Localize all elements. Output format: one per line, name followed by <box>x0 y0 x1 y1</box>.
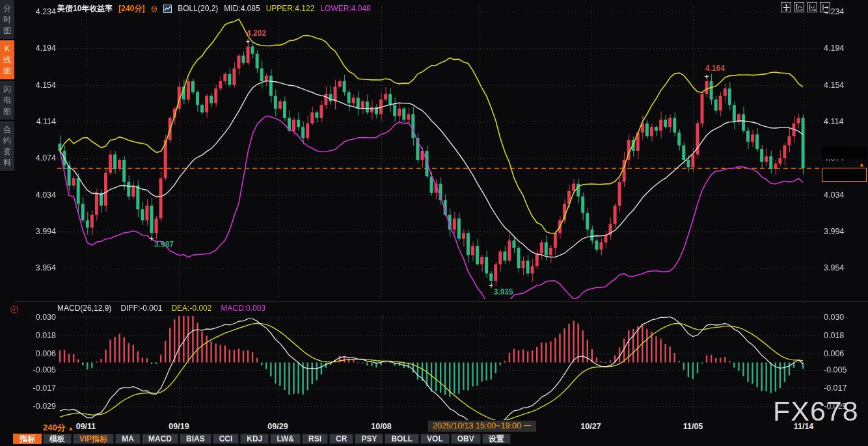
macd-axis-label-left: -0.005 <box>26 365 56 374</box>
toolbar-button-PSY[interactable]: PSY <box>355 434 383 444</box>
x-axis: 240分 ▲ 09/1109/1909/2910/0810/2711/0511/… <box>0 420 868 433</box>
price-axis-label-right: 4.194 <box>824 44 844 53</box>
price-axis-label-left: 3.954 <box>26 263 56 272</box>
toolbar-button-OBV[interactable]: OBV <box>451 434 481 444</box>
price-axis-label-right: 4.034 <box>824 190 844 200</box>
toolbar-button-VOL[interactable]: VOL <box>420 434 450 444</box>
toolbar-button-MACD[interactable]: MACD <box>142 434 178 444</box>
collapse-icon[interactable]: ⊖ <box>150 4 157 14</box>
x-axis-tick: 10/27 <box>580 422 601 431</box>
price-axis-label-left: 4.194 <box>26 44 56 53</box>
macd-axis-label-left: 0.006 <box>26 349 56 358</box>
indicator-settings-icon[interactable] <box>10 305 19 314</box>
macd-dea-value: DEA:-0.002 <box>171 304 211 313</box>
macd-axis-label-left: 0.018 <box>26 331 56 340</box>
current-price-tag: 4.063 <box>822 168 867 182</box>
price-axis-label-left: 4.114 <box>26 117 56 126</box>
instrument-title: 美债10年收益率 <box>57 3 113 14</box>
toolbar-button-MA[interactable]: MA <box>115 434 141 444</box>
toolbar-button-RSI[interactable]: RSI <box>302 434 328 444</box>
high-price-annotation: 4.202 <box>247 29 266 38</box>
macd-axis-label-right: -0.005 <box>824 365 847 374</box>
period-label: 240分 <box>43 423 66 432</box>
toolbar-button-VIP指标[interactable]: VIP指标 <box>73 434 114 444</box>
price-axis-label-right: 3.954 <box>824 263 844 272</box>
high-price-annotation: 4.164 <box>705 64 725 73</box>
extreme-marker-icon: + <box>489 280 494 290</box>
indicator-toolbar: 指标模板VIP指标MAMACDBIASCCIKDJLW&RSICRPSYBOLL… <box>13 434 511 445</box>
toolbar-button-BIAS[interactable]: BIAS <box>180 434 211 444</box>
boll-upper-value: UPPER:4.122 <box>266 4 315 13</box>
chart-tools <box>781 2 830 12</box>
price-arrow-icon: ▲ <box>859 161 865 168</box>
extreme-marker-icon: + <box>149 233 154 243</box>
x-axis-tick: 09/19 <box>169 422 189 431</box>
price-axis-label-left: 4.074 <box>26 153 56 163</box>
toolbar-button-指标[interactable]: 指标 <box>13 434 42 444</box>
macd-axis-label-right: 0.006 <box>824 349 844 358</box>
price-axis-label-left: 4.154 <box>26 81 56 90</box>
price-axis-label-right: 4.114 <box>824 117 843 126</box>
toolbar-button-KDJ[interactable]: KDJ <box>240 434 269 444</box>
toolbar-button-CR[interactable]: CR <box>329 434 353 444</box>
sidebar-item-flash-chart[interactable]: 闪电图 <box>0 81 14 121</box>
sidebar-item-kline-chart[interactable]: K线图 <box>0 40 14 81</box>
macd-axis-label-left: -0.029 <box>26 402 56 411</box>
chart-type-icon[interactable] <box>163 5 172 13</box>
toolbar-button-BOLL[interactable]: BOLL <box>385 434 419 444</box>
low-price-annotation: 3.935 <box>494 287 513 296</box>
macd-axis-label-left: 0.030 <box>26 313 56 322</box>
macd-axis-label-right: 0.018 <box>824 331 844 340</box>
price-axis-label-left: 4.034 <box>26 190 56 200</box>
price-axis-label-right: 4.154 <box>824 81 844 90</box>
toolbar-button-CCI[interactable]: CCI <box>213 434 239 444</box>
toolbar-button-LW&[interactable]: LW& <box>270 434 301 444</box>
sidebar: 分时图 K线图 闪电图 合约资料 <box>0 0 14 446</box>
macd-diff-value: DIFF:-0.001 <box>120 304 162 313</box>
zoom-x-in-icon[interactable] <box>794 2 804 12</box>
crosshair-date-tooltip: 2025/10/13 15:00~19:00 一 <box>428 421 536 432</box>
macd-macd-value: MACD:0.003 <box>221 304 265 313</box>
zoom-x-out-icon[interactable] <box>807 2 817 12</box>
macd-axis-label-right: -0.029 <box>824 402 847 411</box>
sidebar-item-timeline-chart[interactable]: 分时图 <box>0 0 14 40</box>
toolbar-button-模板[interactable]: 模板 <box>43 434 72 444</box>
x-axis-tick: 09/11 <box>76 422 96 431</box>
chart-canvas[interactable] <box>0 0 868 421</box>
shift-forward-icon[interactable] <box>820 2 830 12</box>
x-axis-tick: 11/05 <box>683 422 703 431</box>
toolbar-button-设置[interactable]: 设置 <box>482 434 511 444</box>
x-axis-tick: 11/14 <box>794 422 814 431</box>
boll-mid-value: MID:4.085 <box>224 4 260 13</box>
chevron-up-icon: ▲ <box>68 425 74 432</box>
price-axis-label-right: 3.994 <box>824 227 844 236</box>
boll-label: BOLL(20,2) <box>178 4 218 13</box>
last-reference-price-tag: 4.087 <box>822 146 867 159</box>
boll-lower-value: LOWER:4.048 <box>320 4 370 13</box>
x-axis-tick: 10/08 <box>371 422 391 431</box>
macd-axis-label-left: -0.017 <box>26 384 56 393</box>
low-price-annotation: 3.987 <box>154 240 174 249</box>
pan-icon[interactable] <box>781 2 791 12</box>
macd-header: MACD(26,12,9) DIFF:-0.001 DEA:-0.002 MAC… <box>57 304 265 313</box>
x-axis-tick: 09/29 <box>267 422 288 431</box>
period-selector[interactable]: 240分 ▲ <box>43 422 74 434</box>
price-axis-label-left: 4.234 <box>26 7 56 16</box>
macd-title: MACD(26,12,9) <box>57 304 111 313</box>
period-tag: [240分] <box>118 3 144 14</box>
title-bar: 美债10年收益率 [240分] ⊖ BOLL(20,2) MID:4.085 U… <box>57 3 371 14</box>
macd-axis-label-right: 0.030 <box>824 313 844 322</box>
chart-application: 分时图 K线图 闪电图 合约资料 美债10年收益率 [240分] ⊖ BOLL(… <box>0 0 868 446</box>
sidebar-item-contract-info[interactable]: 合约资料 <box>0 121 14 172</box>
price-axis-label-left: 3.994 <box>26 227 56 236</box>
macd-axis-label-right: -0.017 <box>824 384 847 393</box>
